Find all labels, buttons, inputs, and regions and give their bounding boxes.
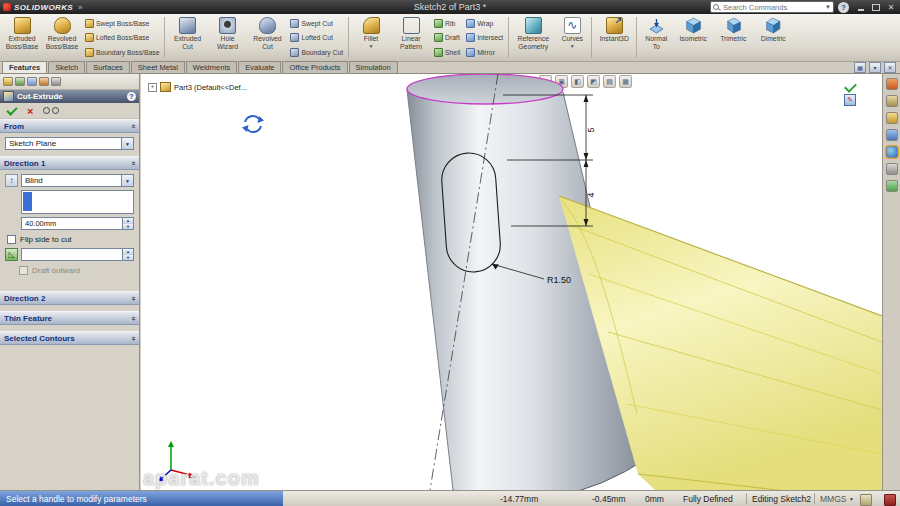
close-button[interactable]: ✕ [885, 2, 897, 12]
tab-office-products[interactable]: Office Products [282, 61, 347, 73]
mirror-button[interactable]: Mirror [464, 46, 505, 58]
isometric-view-button[interactable]: Isometric [673, 15, 713, 60]
zoom-area-icon[interactable]: ▣ [555, 75, 568, 88]
radius-label[interactable]: R1.50 [547, 275, 571, 285]
dropdown-arrow-icon[interactable]: ▼ [121, 138, 133, 149]
direction1-section-header[interactable]: Direction 1 « [0, 156, 139, 170]
appearances-icon[interactable] [886, 163, 898, 175]
swept-cut-button[interactable]: Swept Cut [288, 17, 345, 29]
revolved-cut-button[interactable]: Revolved Cut [247, 15, 287, 60]
search-dropdown-icon[interactable]: ▼ [825, 4, 831, 10]
file-explorer-icon[interactable] [886, 112, 898, 124]
view-orientation-icon[interactable]: ▤ [603, 75, 616, 88]
fillet-button[interactable]: Fillet ▼ [351, 15, 391, 60]
boundary-boss-base-button[interactable]: Boundary Boss/Base [83, 46, 161, 58]
cylinder-face[interactable] [407, 90, 649, 490]
search-input[interactable] [721, 2, 823, 13]
reverse-direction-button[interactable]: ↕ [5, 174, 18, 187]
tab-weldments[interactable]: Weldments [186, 61, 237, 73]
sketch-exit-icon[interactable]: ✎ [844, 94, 856, 106]
units-selector[interactable]: MMGS [820, 494, 846, 504]
draft-angle-spinner[interactable]: ▲▼ [122, 249, 133, 260]
extruded-cut-button[interactable]: Extruded Cut [167, 15, 207, 60]
instant3d-button[interactable]: Instant3D [594, 15, 634, 60]
design-library-icon[interactable] [886, 95, 898, 107]
cylinder-bottom-rim[interactable] [453, 457, 649, 490]
zoom-fit-icon[interactable]: ◐ [539, 75, 552, 88]
curves-button[interactable]: ∿ Curves ▼ [555, 15, 589, 60]
graphics-viewport[interactable]: ◐ ▣ ◧ ◩ ▤ ▦ [141, 74, 882, 490]
extruded-boss-base-button[interactable]: Extruded Boss/Base [2, 15, 42, 60]
feature-manager-tab-icon[interactable] [3, 77, 13, 86]
tab-sheet-metal[interactable]: Sheet Metal [131, 61, 185, 73]
tab-features[interactable]: Features [2, 61, 47, 73]
toolbar-options-icon[interactable]: ▾ [869, 62, 881, 73]
normal-to-button[interactable]: Normal To [639, 15, 673, 60]
tags-icon[interactable] [860, 494, 872, 506]
draft-button[interactable]: Draft [432, 32, 462, 44]
status-indicator-icon[interactable] [884, 494, 896, 506]
direction2-section-header[interactable]: Direction 2 « [0, 291, 139, 305]
custom-properties-icon[interactable] [886, 180, 898, 192]
toolbar-display-grid-icon[interactable]: ▦ [854, 62, 866, 73]
section-view-icon[interactable]: ◩ [587, 75, 600, 88]
end-condition-select[interactable]: Blind ▼ [21, 174, 134, 187]
draft-angle-spinfield[interactable]: ▲▼ [21, 248, 134, 261]
intersect-button[interactable]: Intersect [464, 32, 505, 44]
depth-spinfield[interactable]: 40.00mm ▲▼ [21, 217, 134, 230]
help-button[interactable]: ? [838, 2, 849, 13]
tab-surfaces[interactable]: Surfaces [86, 61, 130, 73]
menu-expand-arrow[interactable]: » [78, 3, 82, 12]
trimetric-view-button[interactable]: Trimetric [713, 15, 753, 60]
display-manager-tab-icon[interactable] [51, 77, 61, 86]
pm-help-button[interactable]: ? [127, 92, 136, 101]
minimize-button[interactable] [855, 2, 867, 12]
dimension-annotations[interactable] [503, 95, 593, 226]
solidworks-resources-icon[interactable] [886, 78, 898, 90]
dimension-b-label[interactable]: 4 [586, 192, 596, 197]
units-dropdown-icon[interactable]: ▼ [849, 496, 854, 502]
search-box[interactable]: ▼ [710, 1, 834, 13]
ok-check-icon[interactable] [6, 104, 17, 115]
from-plane-select[interactable]: Sketch Plane ▼ [5, 137, 134, 150]
boundary-cut-button[interactable]: Boundary Cut [288, 46, 345, 58]
tab-sketch[interactable]: Sketch [48, 61, 85, 73]
toolbar-pin-icon[interactable]: ✕ [884, 62, 896, 73]
tab-evaluate[interactable]: Evaluate [238, 61, 281, 73]
dimxpert-tab-icon[interactable] [39, 77, 49, 86]
swept-boss-base-button[interactable]: Swept Boss/Base [83, 17, 161, 29]
hole-wizard-button[interactable]: Hole Wizard [207, 15, 247, 60]
flip-side-checkbox[interactable] [7, 235, 16, 244]
slot-sketch-profile[interactable] [440, 151, 502, 273]
feature-tree-flyout[interactable]: + Part3 (Default<<Def... [148, 82, 247, 92]
tree-root-label[interactable]: Part3 (Default<<Def... [174, 83, 247, 92]
depth-spinner[interactable]: ▲▼ [122, 218, 133, 229]
previous-view-icon[interactable]: ◧ [571, 75, 584, 88]
linear-pattern-button[interactable]: Linear Pattern [391, 15, 431, 60]
radius-dimension[interactable]: R1.50 [492, 264, 571, 285]
restore-button[interactable] [870, 2, 882, 12]
cylinder-right-edge[interactable] [563, 92, 649, 457]
revolved-boss-base-button[interactable]: Revolved Boss/Base [42, 15, 82, 60]
dimetric-view-button[interactable]: Dimetric [753, 15, 793, 60]
tree-expand-icon[interactable]: + [148, 83, 157, 92]
confirm-accept-icon[interactable] [844, 80, 857, 93]
detailed-preview-icon[interactable] [43, 107, 59, 114]
centerline[interactable] [430, 74, 498, 490]
lofted-cut-button[interactable]: Lofted Cut [288, 32, 345, 44]
lofted-boss-base-button[interactable]: Lofted Boss/Base [83, 32, 161, 44]
selected-contours-section-header[interactable]: Selected Contours « [0, 331, 139, 345]
yellow-preview-cylinder[interactable] [559, 196, 882, 490]
dropdown-arrow-icon[interactable]: ▼ [121, 175, 133, 186]
flip-side-checkbox-row[interactable]: Flip side to cut [7, 235, 134, 244]
shell-button[interactable]: Shell [432, 46, 462, 58]
cylinder-left-edge[interactable] [407, 90, 453, 490]
dropdown-arrow-icon[interactable]: ▼ [369, 44, 374, 50]
view-palette-icon[interactable] [886, 146, 898, 158]
reference-geometry-button[interactable]: Reference Geometry [511, 15, 555, 60]
thin-feature-section-header[interactable]: Thin Feature « [0, 311, 139, 325]
dropdown-arrow-icon[interactable]: ▼ [570, 44, 575, 50]
search-pane-icon[interactable] [886, 129, 898, 141]
property-manager-tab-icon[interactable] [15, 77, 25, 86]
from-section-header[interactable]: From « [0, 119, 139, 133]
